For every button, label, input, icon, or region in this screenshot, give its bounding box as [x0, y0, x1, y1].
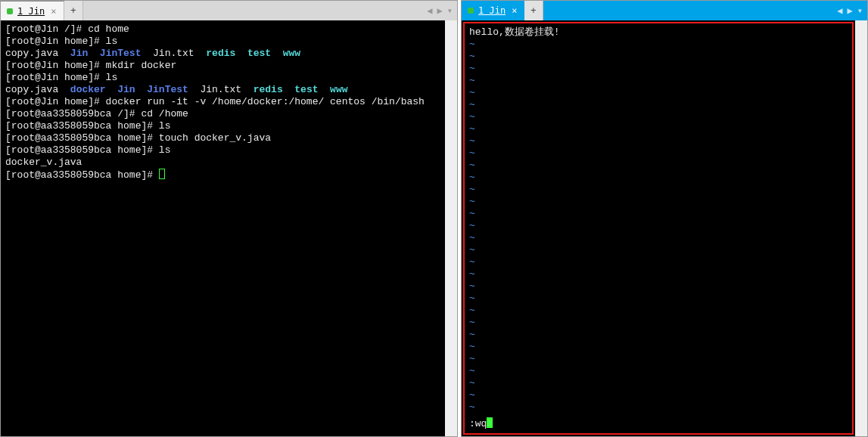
tab-prev-icon[interactable]: ◀ [425, 5, 434, 16]
status-dot-icon [7, 8, 13, 14]
vim-empty-line: ~ [469, 329, 848, 341]
terminal-line: [root@aa3358059bca home]# ls [5, 120, 440, 132]
tab-label: 1 Jin [17, 6, 45, 17]
vim-empty-line: ~ [469, 317, 848, 329]
terminal-text: Jin.txt [188, 84, 254, 95]
terminal-line: [root@aa3358059bca home]# [5, 169, 440, 181]
terminal-line: [root@Jin home]# docker run -it -v /home… [5, 96, 440, 108]
split-container: 1 Jin × + ◀ ▶ ▾ [root@Jin /]# cd home[ro… [0, 0, 868, 437]
tab-menu-icon[interactable]: ▾ [446, 5, 454, 16]
terminal-line: [root@Jin home]# ls [5, 72, 440, 84]
vim-empty-line: ~ [469, 51, 848, 63]
left-tab-nav: ◀ ▶ ▾ [425, 1, 454, 20]
vim-empty-line: ~ [469, 147, 848, 160]
vim-empty-line: ~ [469, 353, 848, 365]
plus-icon: + [70, 5, 76, 16]
right-tabbar: 1 Jin × + ◀ ▶ ▾ [462, 1, 867, 20]
vim-empty-line: ~ [469, 111, 848, 123]
vim-empty-line: ~ [469, 268, 848, 280]
right-pane: 1 Jin × + ◀ ▶ ▾ hello,数据卷挂载!~~~~~~~~~~~~… [461, 0, 868, 437]
close-icon[interactable]: × [510, 5, 518, 16]
tab-prev-icon[interactable]: ◀ [835, 5, 844, 16]
status-dot-icon [468, 8, 474, 14]
tab-1-jin-left[interactable]: 1 Jin × [1, 1, 64, 20]
terminal-text: [root@Jin home]# mkdir docker [5, 60, 176, 71]
vim-empty-line: ~ [469, 39, 848, 51]
terminal-line: [root@Jin home]# mkdir docker [5, 60, 440, 72]
vim-command-line: :wq [469, 417, 493, 430]
left-scrollbar[interactable] [445, 20, 457, 436]
tab-next-icon[interactable]: ▶ [436, 5, 444, 16]
right-scrollbar[interactable] [855, 20, 867, 436]
vim-empty-line: ~ [469, 389, 848, 401]
vim-empty-line: ~ [469, 256, 848, 268]
terminal-line: [root@aa3358059bca home]# ls [5, 144, 440, 157]
vim-empty-line: ~ [469, 401, 848, 414]
vim-empty-line: ~ [469, 208, 848, 220]
terminal-text: [root@Jin /]# cd home [5, 23, 129, 35]
terminal-text: [root@Jin home]# docker run -it -v /home… [5, 96, 425, 107]
terminal-line: copy.java docker Jin JinTest Jin.txt red… [5, 84, 440, 96]
terminal-text: redis test www [254, 84, 348, 95]
terminal-line: [root@Jin home]# ls [5, 36, 440, 48]
terminal-text: [root@aa3358059bca /]# cd /home [5, 108, 188, 119]
tab-label: 1 Jin [478, 5, 506, 16]
vim-empty-line: ~ [469, 377, 848, 389]
vim-empty-line: ~ [469, 365, 848, 377]
vim-empty-line: ~ [469, 87, 848, 99]
terminal-text: [root@Jin home]# ls [5, 36, 117, 47]
vim-empty-line: ~ [469, 99, 848, 111]
terminal-text: [root@aa3358059bca home]# touch docker_v… [5, 132, 271, 144]
tab-1-jin-right[interactable]: 1 Jin × [462, 1, 524, 20]
terminal-text: copy.java [5, 48, 70, 59]
vim-empty-line: ~ [469, 75, 848, 87]
terminal-text: redis test www [206, 48, 300, 59]
tab-menu-icon[interactable]: ▾ [856, 5, 864, 16]
vim-empty-line: ~ [469, 63, 848, 75]
new-tab-button-right[interactable]: + [524, 1, 543, 20]
vim-empty-line: ~ [469, 220, 848, 232]
new-tab-button-left[interactable]: + [64, 1, 82, 20]
vim-empty-line: ~ [469, 196, 848, 208]
vim-empty-line: ~ [469, 160, 848, 172]
left-tabbar: 1 Jin × + ◀ ▶ ▾ [1, 1, 457, 20]
left-pane: 1 Jin × + ◀ ▶ ▾ [root@Jin /]# cd home[ro… [0, 0, 458, 437]
vim-command-text: :wq [469, 418, 487, 429]
vim-empty-line: ~ [469, 123, 848, 135]
terminal-text: docker Jin JinTest [70, 84, 188, 95]
vim-empty-line: ~ [469, 244, 848, 256]
terminal-line: [root@aa3358059bca home]# touch docker_v… [5, 132, 440, 144]
vim-empty-line: ~ [469, 172, 848, 184]
tab-next-icon[interactable]: ▶ [846, 5, 854, 16]
vim-empty-line: ~ [469, 341, 848, 353]
vim-empty-line: ~ [469, 305, 848, 317]
left-terminal[interactable]: [root@Jin /]# cd home[root@Jin home]# ls… [1, 20, 445, 436]
vim-empty-line: ~ [469, 280, 848, 293]
vim-empty-line: ~ [469, 184, 848, 196]
terminal-text: [root@aa3358059bca home]# ls [5, 144, 170, 156]
terminal-text: Jin.txt [141, 48, 206, 59]
cursor-icon [487, 417, 493, 428]
terminal-text: [root@Jin home]# ls [5, 72, 117, 83]
right-terminal-vim[interactable]: hello,数据卷挂载!~~~~~~~~~~~~~~~~~~~~~~~~~~~~… [463, 22, 854, 435]
terminal-text: [root@aa3358059bca home]# ls [5, 120, 170, 132]
terminal-line: copy.java Jin JinTest Jin.txt redis test… [5, 48, 440, 60]
right-term-wrap: hello,数据卷挂载!~~~~~~~~~~~~~~~~~~~~~~~~~~~~… [462, 20, 867, 436]
vim-empty-line: ~ [469, 232, 848, 244]
cursor-icon [159, 169, 165, 179]
terminal-line: docker_v.java [5, 157, 440, 169]
plus-icon: + [530, 5, 536, 16]
terminal-text: Jin JinTest [70, 48, 142, 59]
vim-content-line: hello,数据卷挂载! [469, 26, 848, 39]
close-icon[interactable]: × [49, 6, 58, 17]
terminal-text: [root@aa3358059bca home]# [5, 169, 159, 181]
terminal-line: [root@Jin /]# cd home [5, 23, 440, 36]
terminal-line: [root@aa3358059bca /]# cd /home [5, 108, 440, 120]
left-term-wrap: [root@Jin /]# cd home[root@Jin home]# ls… [1, 20, 457, 436]
terminal-text: docker_v.java [5, 157, 82, 168]
vim-empty-line: ~ [469, 135, 848, 147]
right-tab-nav: ◀ ▶ ▾ [835, 1, 864, 20]
terminal-text: copy.java [5, 84, 70, 95]
vim-empty-line: ~ [469, 293, 848, 305]
